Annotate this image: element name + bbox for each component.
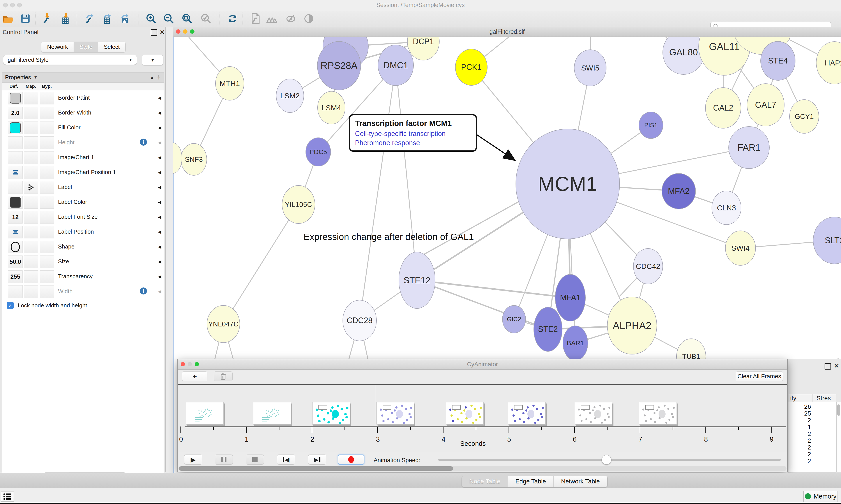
property-row-image-chart-1[interactable]: Image/Chart 1 ◀ — [2, 150, 164, 165]
node-SNF3[interactable]: SNF3 — [181, 143, 207, 176]
property-row-label[interactable]: Label ◀ — [2, 180, 164, 195]
task-history-button[interactable] — [1, 491, 14, 502]
float-panel-icon[interactable] — [825, 363, 831, 370]
node-GCY1[interactable]: GCY1 — [789, 100, 819, 133]
byp-cell[interactable] — [40, 240, 54, 253]
map-cell[interactable] — [24, 240, 38, 253]
def-cell[interactable] — [8, 92, 22, 105]
expand-row-icon[interactable]: ◀ — [158, 155, 161, 160]
float-panel-icon[interactable] — [151, 29, 157, 36]
table-value[interactable]: 2 — [807, 457, 811, 465]
tab-style[interactable]: Style — [74, 42, 98, 52]
expand-all-icon[interactable]: ⯯ — [150, 74, 154, 81]
property-row-transparency[interactable]: 255 Transparency ◀ — [2, 269, 164, 284]
zoom-in-icon[interactable] — [145, 13, 157, 25]
expand-row-icon[interactable]: ◀ — [158, 274, 161, 279]
tab-edge-table[interactable]: Edge Table — [508, 476, 554, 487]
tab-network[interactable]: Network — [41, 42, 74, 52]
node-FAR1[interactable]: FAR1 — [729, 126, 770, 169]
def-cell[interactable] — [8, 122, 22, 134]
node-YIL105C[interactable]: YIL105C — [282, 185, 315, 224]
node-YNL047C[interactable]: YNL047C — [207, 305, 240, 343]
expand-row-icon[interactable]: ◀ — [158, 259, 161, 264]
property-row-image-chart-position-1[interactable]: Image/Chart Position 1 ◀ — [2, 165, 164, 180]
table-value[interactable]: 2 — [807, 417, 811, 424]
map-cell[interactable] — [24, 255, 38, 268]
clear-all-frames-button[interactable]: Clear All Frames — [736, 371, 783, 381]
node-GAL2[interactable]: GAL2 — [705, 87, 741, 128]
byp-cell[interactable] — [40, 255, 54, 268]
def-cell[interactable] — [8, 240, 22, 253]
expand-row-icon[interactable]: ◀ — [158, 170, 161, 175]
node-SWI5[interactable]: SWI5 — [574, 50, 606, 86]
def-cell[interactable] — [8, 166, 22, 179]
def-cell[interactable] — [8, 226, 22, 238]
map-cell[interactable] — [24, 107, 38, 119]
node-BAR1[interactable]: BAR1 — [562, 326, 588, 361]
node-PCK1[interactable]: PCK1 — [455, 49, 487, 86]
stop-button[interactable] — [246, 454, 264, 465]
byp-cell[interactable] — [40, 226, 54, 238]
properties-header[interactable]: Properties ▼ ⯯ ⯭ — [2, 72, 164, 83]
expand-row-icon[interactable]: ◀ — [158, 140, 161, 145]
expand-row-icon[interactable]: ◀ — [158, 110, 161, 115]
byp-cell[interactable] — [40, 107, 54, 119]
def-cell[interactable] — [8, 137, 22, 149]
network-file-icon[interactable] — [249, 13, 262, 25]
table-value[interactable]: 25 — [804, 410, 811, 417]
export-image-icon[interactable] — [119, 13, 131, 25]
map-cell[interactable] — [24, 122, 38, 134]
style-options-button[interactable]: ▼ — [142, 55, 163, 65]
def-cell[interactable] — [8, 181, 22, 194]
table-col-centrality[interactable]: ity — [790, 395, 796, 402]
frame-thumbnail-3[interactable] — [376, 402, 414, 425]
property-row-height[interactable]: Height i ◀ — [2, 135, 164, 150]
byp-cell[interactable] — [40, 137, 54, 149]
frame-thumbnail-5[interactable] — [508, 402, 545, 425]
zoom-selected-icon[interactable] — [200, 13, 212, 25]
expand-row-icon[interactable]: ◀ — [158, 95, 161, 101]
timeline-scrollbar-thumb[interactable] — [179, 466, 453, 471]
property-row-label-position[interactable]: Label Position ◀ — [2, 224, 164, 239]
frame-thumbnail-4[interactable] — [446, 402, 484, 425]
byp-cell[interactable] — [40, 270, 54, 283]
info-icon[interactable]: i — [140, 139, 147, 146]
annotation-box[interactable]: Transcription factor MCM1 Cell-type-spec… — [349, 114, 477, 152]
node-RPS28A[interactable]: RPS28A — [317, 41, 361, 90]
map-cell[interactable] — [24, 196, 38, 209]
annotation-link[interactable]: Pheromone response — [355, 139, 471, 147]
session-frames-icon[interactable] — [265, 13, 278, 25]
def-cell[interactable] — [8, 196, 22, 209]
node-PDC5[interactable]: PDC5 — [305, 138, 331, 166]
memory-button[interactable]: Memory — [803, 491, 838, 502]
zoom-out-icon[interactable] — [162, 13, 175, 25]
style-selector[interactable]: galFiltered Style ▼ — [3, 55, 137, 65]
table-value[interactable]: 26 — [804, 403, 811, 410]
byp-cell[interactable] — [40, 196, 54, 209]
collapse-all-icon[interactable]: ⯭ — [157, 74, 161, 81]
node-CLN3[interactable]: CLN3 — [712, 191, 741, 225]
map-cell[interactable] — [24, 285, 38, 298]
table-scrollbar[interactable] — [836, 402, 841, 472]
byp-cell[interactable] — [40, 285, 54, 298]
frame-thumbnail-0[interactable] — [186, 402, 223, 425]
playhead[interactable] — [375, 385, 375, 427]
byp-cell[interactable] — [40, 92, 54, 105]
node-MFA2[interactable]: MFA2 — [662, 173, 696, 209]
annotation-link[interactable]: Cell-type-specific transcription — [355, 130, 471, 138]
property-row-width[interactable]: Width i ◀ — [2, 284, 164, 299]
property-row-shape[interactable]: Shape ◀ — [2, 239, 164, 254]
map-cell[interactable] — [24, 92, 38, 105]
def-cell[interactable]: 255 — [8, 270, 22, 283]
property-row-label-font-size[interactable]: 12 Label Font Size ◀ — [2, 210, 164, 224]
play-button[interactable]: ▶ — [184, 454, 202, 465]
def-cell[interactable]: 2.0 — [8, 107, 22, 119]
frame-thumbnail-2[interactable] — [312, 402, 350, 425]
frame-thumbnail-1[interactable] — [253, 402, 291, 425]
expand-row-icon[interactable]: ◀ — [158, 244, 161, 249]
property-row-label-color[interactable]: Label Color ◀ — [2, 195, 164, 210]
lock-size-row[interactable]: ✓ Lock node width and height — [2, 299, 164, 312]
cyanimator-titlebar[interactable]: CyAnimator — [178, 359, 787, 370]
table-value[interactable]: 2 — [807, 430, 811, 437]
toggle-rendering-icon[interactable] — [303, 13, 315, 25]
